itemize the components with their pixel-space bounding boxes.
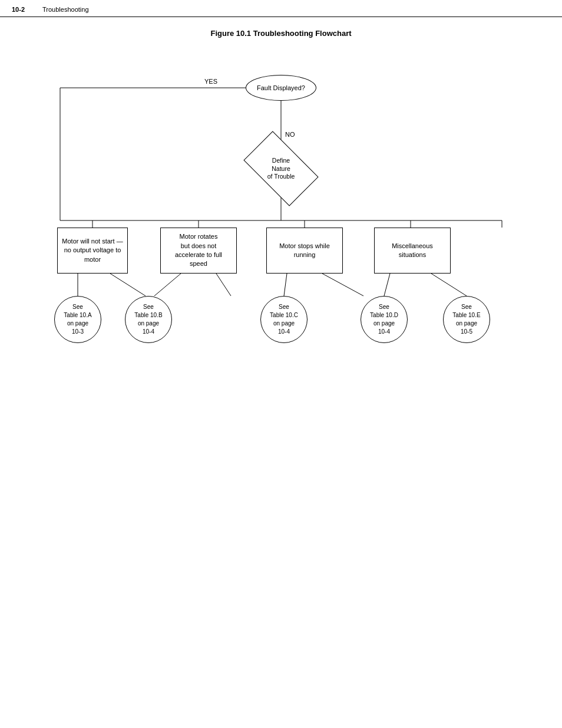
no-label: NO (285, 131, 295, 138)
yes-label: YES (204, 78, 217, 85)
svg-line-14 (284, 274, 287, 296)
motor-no-start-box: Motor will not start — no output voltage… (57, 228, 128, 274)
motor-no-accel-box: Motor rotates but does not accelerate to… (160, 228, 237, 274)
content-area: Figure 10.1 Troubleshooting Flowchart (0, 17, 562, 374)
see-table-10c: See Table 10.C on page 10-4 (260, 296, 308, 343)
figure-title: Figure 10.1 Troubleshooting Flowchart (12, 29, 550, 38)
define-nature-node: Define Nature of Trouble (249, 148, 313, 189)
page-number: 10-2 (12, 6, 25, 13)
see-table-10a: See Table 10.A on page 10-3 (54, 296, 101, 343)
svg-line-16 (384, 274, 390, 296)
page-header: 10-2 Troubleshooting (0, 0, 562, 17)
svg-line-13 (216, 274, 231, 296)
misc-situations-box: Miscellaneous situations (374, 228, 451, 274)
svg-line-15 (322, 274, 363, 296)
see-table-10e: See Table 10.E on page 10-5 (443, 296, 490, 343)
svg-line-17 (431, 274, 467, 296)
svg-line-12 (154, 274, 181, 296)
page-section: Troubleshooting (42, 6, 88, 13)
svg-line-11 (110, 274, 146, 296)
flowchart: YES Fault Displayed? NO Define Nature of… (22, 55, 540, 362)
fault-displayed-node: Fault Displayed? (246, 75, 316, 101)
motor-stops-box: Motor stops while running (266, 228, 343, 274)
see-table-10b: See Table 10.B on page 10-4 (125, 296, 172, 343)
see-table-10d: See Table 10.D on page 10-4 (361, 296, 408, 343)
